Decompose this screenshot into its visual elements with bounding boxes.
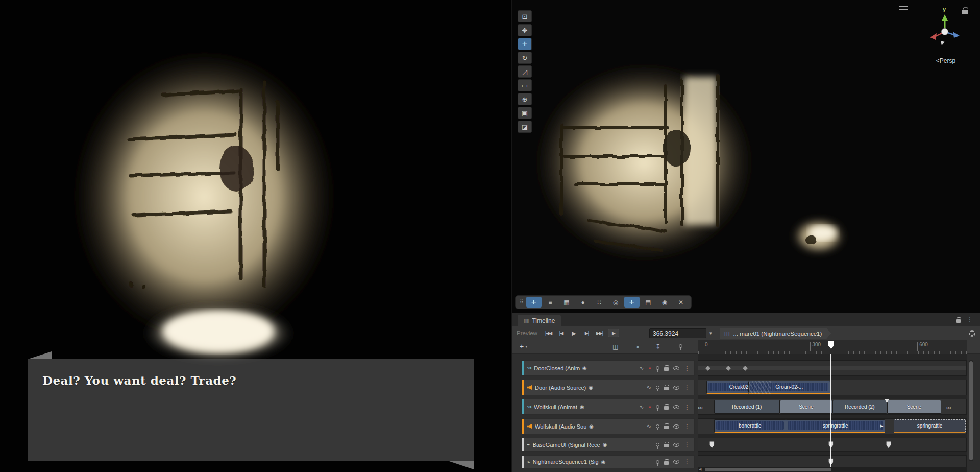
playhead-handle[interactable] [828, 341, 834, 349]
kebab-icon[interactable]: ⋮ [684, 384, 690, 391]
go-to-end-button[interactable]: ▶▶| [593, 328, 606, 338]
panel-kebab-icon[interactable]: ⋮ [967, 316, 973, 323]
track-content-wolfskull-anim[interactable]: ∞ Recorded (1) Scene Recorded (2) Scene … [698, 399, 967, 415]
signal-marker[interactable] [709, 441, 714, 448]
pin-icon[interactable] [656, 443, 659, 446]
scroll-left-icon[interactable]: ◀ [699, 467, 701, 471]
track-header-nightmaresequence[interactable]: ⌁ NightmareSequence1 (Sig ◉ ⋮ [521, 455, 695, 468]
signal-marker[interactable] [886, 441, 891, 448]
current-time-input[interactable] [649, 328, 706, 338]
move-tool-icon[interactable]: ✛ [518, 38, 532, 50]
next-frame-button[interactable]: ▶| [580, 328, 593, 338]
animation-clip[interactable]: Recorded (1) [714, 400, 780, 414]
custom-tool-icon[interactable]: ▣ [518, 107, 532, 119]
kebab-icon[interactable]: ⋮ [684, 365, 690, 372]
preview-toggle[interactable]: Preview [517, 330, 542, 336]
record-icon[interactable]: ● [649, 366, 651, 371]
animation-clip[interactable]: Scene [887, 400, 942, 414]
curves-icon[interactable]: ∿ [647, 423, 651, 430]
overlay-grid-icon[interactable]: ▦ [559, 297, 574, 308]
eye-icon[interactable] [673, 405, 679, 409]
track-header-wolfskull-anim[interactable]: ↝ Wolfskull (Animat ◉ ∿ ● ⋮ [521, 399, 695, 415]
curves-icon[interactable]: ∿ [647, 384, 651, 391]
signal-marker[interactable] [828, 459, 833, 465]
horizontal-scrollbar-thumb[interactable] [705, 468, 831, 471]
scene-viewport[interactable]: ⊡ ✥ ✛ ↻ ◿ ▭ ⊕ ▣ ◪ ⠿ ✛ ≡ ▦ ● ∷ ◎ ✛ ▤ ◉ ✕ … [511, 0, 980, 313]
track-options-icon[interactable]: ◉ [582, 365, 587, 371]
overlay-compass-icon[interactable]: ◉ [657, 297, 672, 308]
previous-frame-button[interactable]: |◀ [555, 328, 568, 338]
add-track-button[interactable]: + ▾ [520, 342, 527, 350]
pin-icon[interactable] [656, 424, 659, 428]
panel-lock-icon[interactable] [956, 319, 961, 323]
marker-toggle-icon[interactable] [679, 344, 682, 348]
track-header-doorclosed[interactable]: ↝ DoorClosed (Anim ◉ ∿ ● ⋮ [521, 360, 695, 376]
lock-icon[interactable] [664, 406, 669, 410]
rotate-tool-icon[interactable]: ↻ [518, 52, 532, 64]
kebab-icon[interactable]: ⋮ [684, 458, 690, 465]
eye-icon[interactable] [673, 424, 679, 429]
replace-mode-icon[interactable]: ↧ [655, 343, 660, 350]
pin-icon[interactable] [656, 366, 659, 370]
time-ruler[interactable]: 0 300 600 [698, 340, 967, 354]
animation-clip[interactable]: Recorded (2) [832, 400, 887, 414]
overlay-menu-icon[interactable] [899, 6, 908, 10]
overlay-particles-icon[interactable]: ∷ [592, 297, 607, 308]
overlay-shading-icon[interactable]: ● [575, 297, 591, 308]
transform-tool-icon[interactable]: ⊕ [518, 93, 532, 105]
signal-marker[interactable] [828, 441, 833, 448]
pin-icon[interactable] [656, 386, 659, 389]
play-button[interactable]: ▶ [568, 328, 580, 338]
curves-icon[interactable]: ∿ [639, 365, 644, 371]
lock-icon[interactable] [664, 444, 669, 447]
track-options-icon[interactable]: ◉ [580, 404, 584, 410]
eye-icon[interactable] [673, 460, 679, 464]
overlay-cross-icon[interactable]: ✕ [673, 297, 689, 308]
ripple-mode-icon[interactable]: ⇥ [634, 343, 639, 350]
track-header-door-audio[interactable]: Door (Audio Source) ◉ ∿ ⋮ [521, 380, 695, 395]
go-to-start-button[interactable]: |◀◀ [542, 328, 555, 338]
track-header-basegameui[interactable]: ⌁ BaseGameUI (Signal Rece ◉ ⋮ [521, 438, 695, 452]
track-options-icon[interactable]: ◉ [589, 385, 593, 390]
track-options-icon[interactable]: ◉ [603, 442, 607, 447]
pin-icon[interactable] [656, 460, 659, 464]
overlay-gizmo-icon[interactable]: ✛ [624, 297, 640, 308]
orientation-gizmo[interactable] [927, 12, 963, 48]
plane-tool-icon[interactable]: ◪ [518, 121, 532, 133]
kebab-icon[interactable]: ⋮ [684, 404, 690, 411]
track-options-icon[interactable]: ◉ [601, 459, 606, 465]
eye-icon[interactable] [673, 366, 679, 370]
eye-icon[interactable] [673, 443, 679, 447]
track-content-wolfskull-audio[interactable]: bonerattle springrattle ▶ springrattle [698, 418, 967, 434]
scale-tool-icon[interactable]: ◿ [518, 65, 532, 78]
track-header-wolfskull-audio[interactable]: Wolfskull (Audio Sou ◉ ∿ ⋮ [521, 418, 695, 434]
overlay-zoom-icon[interactable]: ◎ [608, 297, 623, 308]
lock-icon[interactable] [664, 426, 669, 429]
kebab-icon[interactable]: ⋮ [684, 441, 690, 449]
kebab-icon[interactable]: ⋮ [684, 423, 690, 430]
audio-clip[interactable]: springrattle ▶ [786, 419, 885, 433]
game-viewport[interactable]: Deal? You want deal? Trade? [0, 0, 510, 472]
timeline-settings-gear-icon[interactable] [969, 330, 975, 337]
view-tool-icon[interactable]: ⊡ [518, 10, 532, 22]
record-icon[interactable]: ● [649, 405, 651, 410]
breadcrumb[interactable]: ◫ ... mare01 (NightmareSequence1) [720, 328, 831, 339]
perspective-toggle[interactable]: <Persp [924, 57, 968, 64]
pin-icon[interactable] [656, 405, 659, 409]
track-options-icon[interactable]: ◉ [589, 423, 594, 429]
scene-lock-icon[interactable] [962, 10, 968, 14]
overlay-drag-handle[interactable]: ⠿ [518, 299, 525, 305]
animation-clip[interactable]: Scene [780, 400, 832, 414]
track-content-door-audio[interactable]: Creak02 Groan-02-... [698, 380, 967, 395]
overlay-camera-icon[interactable]: ▤ [641, 297, 656, 308]
curves-icon[interactable]: ∿ [639, 404, 644, 410]
overlay-move-icon[interactable]: ✛ [526, 297, 542, 308]
lock-icon[interactable] [664, 461, 669, 465]
lock-icon[interactable] [664, 367, 669, 371]
audio-clip-ghost[interactable]: springrattle [894, 419, 966, 433]
mix-mode-icon[interactable]: ◫ [612, 343, 618, 350]
time-dropdown-icon[interactable]: ▾ [709, 331, 712, 336]
lock-icon[interactable] [664, 387, 669, 390]
horizontal-scrollbar[interactable]: ◀ [698, 467, 967, 472]
vertical-scrollbar[interactable] [969, 360, 973, 461]
